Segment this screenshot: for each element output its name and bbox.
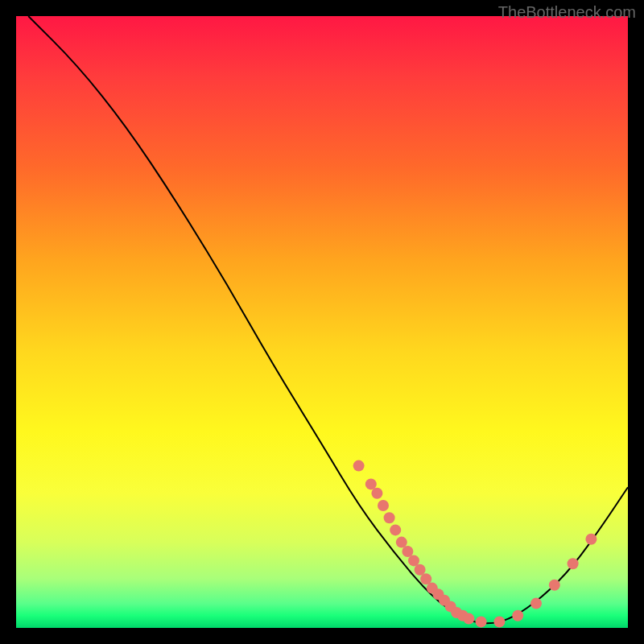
watermark-text: TheBottleneck.com xyxy=(498,3,636,22)
data-marker xyxy=(493,616,505,627)
data-marker xyxy=(420,573,431,584)
data-marker xyxy=(353,460,365,472)
data-marker xyxy=(408,555,419,566)
data-marker xyxy=(530,598,542,609)
data-marker xyxy=(390,524,401,535)
data-marker xyxy=(378,500,389,511)
data-marker xyxy=(384,512,395,523)
data-marker xyxy=(585,534,597,545)
chart-svg xyxy=(16,16,628,628)
data-markers xyxy=(353,460,597,628)
data-marker xyxy=(415,564,426,576)
data-marker xyxy=(512,610,523,621)
data-marker xyxy=(365,478,377,489)
data-marker xyxy=(396,537,407,548)
data-marker xyxy=(549,580,560,591)
chart-plot-area xyxy=(16,16,628,628)
data-marker xyxy=(402,546,413,557)
data-marker xyxy=(476,616,487,627)
data-marker xyxy=(463,613,474,625)
data-marker xyxy=(568,558,579,569)
data-marker xyxy=(371,488,382,499)
bottleneck-curve xyxy=(28,16,628,623)
